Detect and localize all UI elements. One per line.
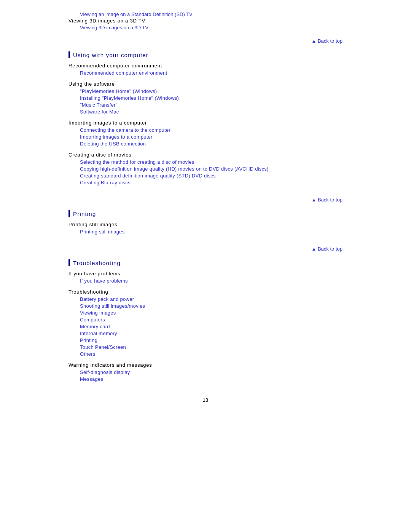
subsection-title-troubleshooting-links: Troubleshooting (68, 289, 342, 295)
section-label-using-with-computer: Using with your computer (73, 52, 148, 58)
link-self-diagnosis[interactable]: Self-diagnosis display (68, 369, 342, 375)
subsection-troubleshooting-links: Troubleshooting Battery pack and power S… (68, 289, 342, 357)
link-memory-card[interactable]: Memory card (68, 324, 342, 329)
section-title-using-with-computer: Using with your computer (68, 51, 342, 58)
subsection-title-using-software: Using the software (68, 81, 342, 87)
link-deleting-usb[interactable]: Deleting the USB connection (68, 141, 342, 147)
back-to-top-link-2[interactable]: ▲ Back to top (311, 197, 342, 203)
back-to-top-2: ▲ Back to top (68, 197, 342, 203)
page-container: Viewing an image on a Standard Definitio… (61, 0, 350, 426)
section-label-troubleshooting: Troubleshooting (73, 260, 121, 266)
back-to-top-3: ▲ Back to top (68, 246, 342, 252)
subsection-recommended-env: Recommended computer environment Recomme… (68, 63, 342, 76)
back-to-top-1: ▲ Back to top (68, 38, 342, 44)
subsection-creating-disc: Creating a disc of movies Selecting the … (68, 152, 342, 185)
section-bar-printing (68, 210, 70, 217)
link-software-for-mac[interactable]: Software for Mac (68, 109, 342, 115)
link-importing-images[interactable]: Importing images to a computer (68, 134, 342, 140)
viewing-3d-label: Viewing 3D images on a 3D TV (68, 18, 342, 24)
link-creating-std-dvd[interactable]: Creating standard definition image quali… (68, 173, 342, 179)
link-battery-pack[interactable]: Battery pack and power (68, 296, 342, 302)
link-playmemories-home-windows[interactable]: "PlayMemories Home" (Windows) (68, 88, 342, 94)
link-viewing-images[interactable]: Viewing images (68, 310, 342, 316)
section-using-with-computer: Using with your computer Recommended com… (68, 51, 342, 185)
subsection-title-creating-disc: Creating a disc of movies (68, 152, 342, 158)
subsection-title-if-problems: If you have problems (68, 271, 342, 276)
back-to-top-link-3[interactable]: ▲ Back to top (311, 246, 342, 252)
subsection-title-importing-images: Importing images to a computer (68, 120, 342, 126)
link-installing-playmemories-home[interactable]: Installing "PlayMemories Home" (Windows) (68, 95, 342, 101)
link-selecting-method[interactable]: Selecting the method for creating a disc… (68, 159, 342, 165)
section-troubleshooting: Troubleshooting If you have problems If … (68, 259, 342, 382)
section-bar-using-with-computer (68, 51, 70, 58)
intro-block: Viewing an image on a Standard Definitio… (68, 11, 342, 30)
section-bar-troubleshooting (68, 259, 70, 266)
link-printing-still-images[interactable]: Printing still images (68, 229, 342, 235)
section-title-printing: Printing (68, 210, 342, 217)
subsection-importing-images: Importing images to a computer Connectin… (68, 120, 342, 147)
link-music-transfer[interactable]: "Music Transfer" (68, 102, 342, 108)
subsection-printing-still: Printing still images Printing still ima… (68, 222, 342, 235)
link-internal-memory[interactable]: Internal memory (68, 331, 342, 336)
link-others[interactable]: Others (68, 351, 342, 357)
viewing-3d-link[interactable]: Viewing 3D images on a 3D TV (80, 25, 148, 30)
subsection-title-printing-still: Printing still images (68, 222, 342, 227)
back-to-top-link-1[interactable]: ▲ Back to top (311, 38, 342, 44)
link-connecting-camera[interactable]: Connecting the camera to the computer (68, 127, 342, 133)
section-printing: Printing Printing still images Printing … (68, 210, 342, 235)
sd-tv-link[interactable]: Viewing an image on a Standard Definitio… (80, 11, 193, 17)
link-copying-hd-movies[interactable]: Copying high-definition image quality (H… (68, 166, 342, 172)
link-shooting-still[interactable]: Shooting still images/movies (68, 303, 342, 309)
link-if-you-have-problems[interactable]: If you have problems (68, 278, 342, 284)
link-messages[interactable]: Messages (68, 376, 342, 382)
subsection-if-problems: If you have problems If you have problem… (68, 271, 342, 284)
section-title-troubleshooting: Troubleshooting (68, 259, 342, 266)
subsection-using-software: Using the software "PlayMemories Home" (… (68, 81, 342, 115)
link-creating-bluray[interactable]: Creating Blu-ray discs (68, 180, 342, 185)
sd-tv-link-item: Viewing an image on a Standard Definitio… (68, 11, 342, 17)
link-touch-panel[interactable]: Touch Panel/Screen (68, 344, 342, 350)
link-computers[interactable]: Computers (68, 317, 342, 323)
page-number: 18 (68, 397, 342, 403)
viewing-3d-link-item: Viewing 3D images on a 3D TV (68, 25, 342, 30)
subsection-title-recommended-env: Recommended computer environment (68, 63, 342, 69)
section-label-printing: Printing (73, 211, 96, 217)
subsection-warning-indicators: Warning indicators and messages Self-dia… (68, 362, 342, 382)
subsection-title-warning-indicators: Warning indicators and messages (68, 362, 342, 368)
link-printing-troubleshoot[interactable]: Printing (68, 337, 342, 343)
link-recommended-computer-environment[interactable]: Recommended computer environment (68, 70, 342, 76)
